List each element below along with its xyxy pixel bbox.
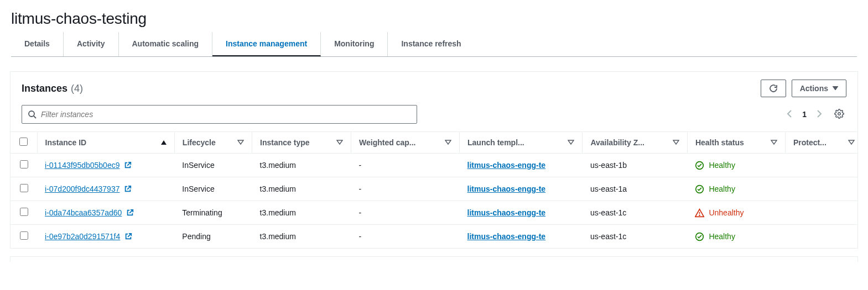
tab-refresh[interactable]: Instance refresh <box>388 32 474 56</box>
settings-button[interactable] <box>832 107 846 123</box>
launch-template-link[interactable]: litmus-chaos-engg-te <box>467 208 546 217</box>
filter-icon <box>336 139 343 146</box>
col-launch-template[interactable]: Launch templ... <box>460 132 583 154</box>
cell-instance-type: t3.medium <box>252 201 351 225</box>
sort-ascending-icon <box>161 140 167 145</box>
cell-instance-type: t3.medium <box>252 154 351 177</box>
page-prev-button[interactable] <box>786 109 793 120</box>
tab-details[interactable]: Details <box>11 32 64 56</box>
cell-availability-zone: us-east-1c <box>583 201 688 225</box>
col-protected-label: Protect... <box>793 138 827 147</box>
col-availability-zone[interactable]: Availability Z... <box>583 132 688 154</box>
cell-weighted-capacity: - <box>351 177 460 201</box>
svg-marker-9 <box>771 140 777 144</box>
row-checkbox[interactable] <box>20 160 28 168</box>
next-panel-top <box>10 256 858 262</box>
instances-table: Instance ID Lifecycle Instance type <box>11 131 857 248</box>
search-icon <box>28 110 37 119</box>
cell-lifecycle: Pending <box>174 225 252 249</box>
col-protected[interactable]: Protect... <box>785 132 857 154</box>
filter-icon <box>568 139 574 146</box>
svg-point-14 <box>699 215 700 215</box>
panel-title: Instances <box>22 83 67 94</box>
health-status-text: Healthy <box>709 161 735 170</box>
svg-marker-7 <box>568 140 574 144</box>
status-warning-icon <box>695 208 704 218</box>
health-status-text: Healthy <box>709 184 735 193</box>
filter-icon <box>848 139 855 146</box>
launch-template-link[interactable]: litmus-chaos-engg-te <box>467 161 546 170</box>
health-status-text: Unhealthy <box>709 208 744 217</box>
col-weighted-capacity-label: Weighted cap... <box>359 138 415 147</box>
tab-monitoring[interactable]: Monitoring <box>321 32 388 56</box>
row-checkbox[interactable] <box>20 208 28 216</box>
col-launch-template-label: Launch templ... <box>467 138 524 147</box>
cell-availability-zone: us-east-1a <box>583 177 688 201</box>
row-checkbox[interactable] <box>20 231 28 240</box>
external-link-icon <box>126 209 134 217</box>
tab-bar: DetailsActivityAutomatic scalingInstance… <box>11 32 857 57</box>
filter-icon <box>673 139 679 146</box>
instance-id-link[interactable]: i-07d200f9dc4437937 <box>45 184 119 193</box>
select-all-checkbox[interactable] <box>19 138 28 146</box>
status-ok-icon <box>695 184 704 194</box>
tab-scaling[interactable]: Automatic scaling <box>119 32 213 56</box>
panel-count: (4) <box>71 83 83 94</box>
filter-icon <box>237 139 244 146</box>
svg-marker-6 <box>445 140 451 144</box>
col-health-status[interactable]: Health status <box>687 132 785 154</box>
page-number: 1 <box>802 110 807 119</box>
cell-instance-type: t3.medium <box>252 177 351 201</box>
svg-marker-4 <box>238 140 243 144</box>
col-instance-id[interactable]: Instance ID <box>37 132 174 154</box>
search-input[interactable] <box>41 110 411 119</box>
cell-protected <box>785 177 857 201</box>
tab-instances[interactable]: Instance management <box>212 32 321 56</box>
status-ok-icon <box>695 232 704 241</box>
launch-template-link[interactable]: litmus-chaos-engg-te <box>467 232 546 241</box>
instance-id-link[interactable]: i-01143f95db05b0ec9 <box>45 161 119 170</box>
tab-activity[interactable]: Activity <box>64 32 119 56</box>
page-title: litmus-chaos-testing <box>0 0 868 32</box>
table-row: i-0da74bcaa6357ad60Terminatingt3.medium-… <box>11 201 857 225</box>
health-status-text: Healthy <box>709 232 735 241</box>
table-row: i-0e97b2a0d291571f4Pendingt3.medium-litm… <box>11 225 857 249</box>
cell-protected <box>785 154 857 177</box>
svg-marker-10 <box>849 140 854 144</box>
table-scroll[interactable]: Instance ID Lifecycle Instance type <box>11 131 857 248</box>
actions-button[interactable]: Actions <box>792 80 846 97</box>
table-row: i-01143f95db05b0ec9InServicet3.medium-li… <box>11 154 857 177</box>
external-link-icon <box>124 161 132 169</box>
cell-weighted-capacity: - <box>351 225 460 249</box>
instance-id-link[interactable]: i-0e97b2a0d291571f4 <box>45 232 120 241</box>
launch-template-link[interactable]: litmus-chaos-engg-te <box>467 184 546 193</box>
external-link-icon <box>124 233 132 240</box>
refresh-button[interactable] <box>761 80 786 97</box>
col-lifecycle-label: Lifecycle <box>183 138 216 147</box>
cell-lifecycle: Terminating <box>174 201 252 225</box>
cell-lifecycle: InService <box>174 177 252 201</box>
status-ok-icon <box>695 161 704 170</box>
col-lifecycle[interactable]: Lifecycle <box>174 132 252 154</box>
col-weighted-capacity[interactable]: Weighted cap... <box>351 132 460 154</box>
svg-line-2 <box>34 116 36 118</box>
svg-point-3 <box>838 112 841 115</box>
svg-marker-5 <box>337 140 342 144</box>
svg-marker-8 <box>673 140 679 144</box>
external-link-icon <box>124 185 132 193</box>
filter-icon <box>445 139 451 146</box>
svg-point-1 <box>29 111 34 117</box>
cell-availability-zone: us-east-1c <box>583 225 688 249</box>
cell-protected <box>785 225 857 249</box>
cell-instance-type: t3.medium <box>252 225 351 249</box>
instance-id-link[interactable]: i-0da74bcaa6357ad60 <box>45 208 122 217</box>
table-row: i-07d200f9dc4437937InServicet3.medium-li… <box>11 177 857 201</box>
instances-panel: Instances (4) Actions <box>10 71 858 249</box>
search-input-wrap[interactable] <box>22 105 417 124</box>
cell-availability-zone: us-east-1b <box>583 154 688 177</box>
col-instance-type[interactable]: Instance type <box>252 132 351 154</box>
paginator: 1 <box>786 107 846 123</box>
caret-down-icon <box>833 86 838 91</box>
page-next-button[interactable] <box>815 109 823 120</box>
row-checkbox[interactable] <box>20 184 28 192</box>
